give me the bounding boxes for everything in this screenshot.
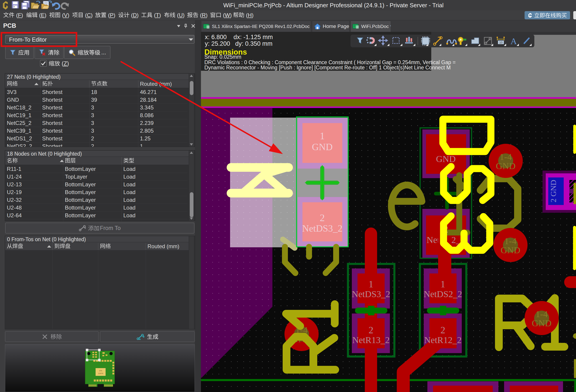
svg-text:x: 6.800 dx: -1.125 mm: x: 6.800 dx: -1.125 mm xyxy=(205,34,273,40)
svg-text:12979: 12979 xyxy=(98,372,103,374)
svg-text:GND: GND xyxy=(436,154,456,164)
svg-text:1: 1 xyxy=(369,279,374,289)
svg-text:2 GND: 2 GND xyxy=(549,180,558,202)
svg-text:Dynamic Reconnector - Moving [: Dynamic Reconnector - Moving [Push : Ign… xyxy=(204,65,451,71)
svg-text:NetDS3_2: NetDS3_2 xyxy=(352,289,390,299)
svg-text:2: 2 xyxy=(441,325,445,335)
svg-text:NetDS2_2: NetDS2_2 xyxy=(424,289,462,299)
svg-text:1-4: 1-4 xyxy=(499,152,512,162)
svg-text:NetR12_2: NetR12_2 xyxy=(424,335,461,345)
svg-text:GND: GND xyxy=(312,142,333,152)
svg-text:2: 2 xyxy=(320,212,325,224)
svg-text:GND: GND xyxy=(532,318,552,328)
svg-text:Snap: 0.025mm: Snap: 0.025mm xyxy=(204,54,241,60)
svg-text:37h: 37h xyxy=(99,370,102,372)
svg-text:1-4: 1-4 xyxy=(504,236,516,246)
svg-text:1: 1 xyxy=(441,279,445,289)
svg-text:1: 1 xyxy=(320,130,325,141)
svg-text:NetR13_2: NetR13_2 xyxy=(352,335,390,345)
svg-text:1-4: 1-4 xyxy=(536,309,547,319)
svg-text:2: 2 xyxy=(369,325,374,335)
svg-text:NetDS3_2: NetDS3_2 xyxy=(302,223,342,234)
svg-text:A: A xyxy=(511,36,517,46)
svg-text:GND: GND xyxy=(501,245,520,255)
svg-text:GND: GND xyxy=(496,161,516,171)
svg-text:y: 25.200 dy: 0.350 mm: y: 25.200 dy: 0.350 mm xyxy=(205,40,272,47)
svg-text:10: 10 xyxy=(499,41,502,44)
